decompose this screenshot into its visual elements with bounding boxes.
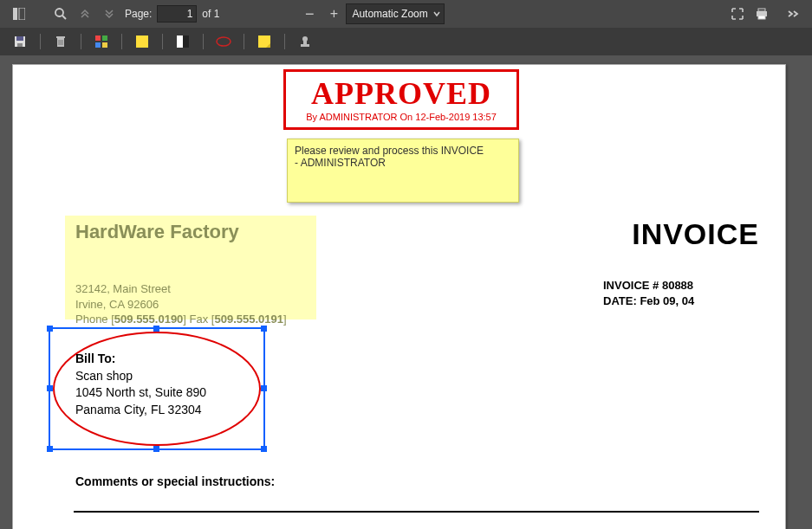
bill-to-block: Bill To: Scan shop 1045 North st, Suite … <box>75 351 206 418</box>
search-icon[interactable] <box>50 3 71 24</box>
svg-rect-1 <box>19 8 25 20</box>
approved-stamp[interactable]: APPROVED By ADMINISTRATOR On 12-Feb-2019… <box>283 69 519 130</box>
next-page-icon[interactable] <box>99 3 120 24</box>
svg-rect-16 <box>102 35 107 41</box>
resize-handle[interactable] <box>261 446 267 452</box>
sticky-note[interactable]: Please review and process this INVOICE -… <box>287 139 519 203</box>
invoice-meta: INVOICE # 80888 DATE: Feb 09, 04 <box>603 278 759 309</box>
bill-to-street: 1045 North st, Suite 890 <box>75 384 206 402</box>
zoom-mode-label: Automatic Zoom <box>352 8 427 20</box>
color-palette-icon[interactable] <box>92 32 111 51</box>
black-white-tool-icon[interactable] <box>173 32 192 51</box>
highlight-tool-icon[interactable] <box>133 32 152 51</box>
stamp-title: APPROVED <box>286 75 516 112</box>
svg-rect-19 <box>136 35 148 48</box>
invoice-date: Feb 09, 04 <box>640 294 694 307</box>
company-address: 32142, Main Street Irvine, CA 92606 Phon… <box>75 281 287 327</box>
stamp-subtitle: By ADMINISTRATOR On 12-Feb-2019 13:57 <box>286 112 516 122</box>
sidebar-toggle-icon[interactable] <box>9 3 29 24</box>
page-count-label: of 1 <box>202 8 219 20</box>
svg-line-3 <box>62 16 66 19</box>
resize-handle[interactable] <box>47 385 53 391</box>
resize-handle[interactable] <box>153 326 159 332</box>
pdf-toolbar: Page: of 1 − + Automatic Zoom <box>0 0 812 28</box>
page-number-input[interactable] <box>157 5 197 23</box>
invoice-number: 80888 <box>662 279 693 292</box>
svg-rect-17 <box>95 42 101 48</box>
svg-point-2 <box>55 9 63 16</box>
print-icon[interactable] <box>751 3 772 24</box>
zoom-mode-select[interactable]: Automatic Zoom <box>346 3 444 24</box>
svg-rect-0 <box>13 8 17 20</box>
tools-overflow-icon[interactable] <box>783 3 803 24</box>
zoom-in-icon[interactable]: + <box>323 3 344 24</box>
ellipse-tool-icon[interactable] <box>214 32 233 51</box>
pdf-viewer[interactable]: APPROVED By ADMINISTRATOR On 12-Feb-2019… <box>0 55 812 529</box>
svg-rect-26 <box>301 44 309 47</box>
svg-rect-9 <box>17 43 23 47</box>
note-line2: - ADMINISTRATOR <box>295 157 511 169</box>
presentation-mode-icon[interactable] <box>727 3 748 24</box>
pdf-page: APPROVED By ADMINISTRATOR On 12-Feb-2019… <box>12 64 786 529</box>
svg-rect-15 <box>95 35 101 41</box>
horizontal-rule <box>74 511 759 513</box>
resize-handle[interactable] <box>261 385 267 391</box>
svg-rect-6 <box>758 16 765 19</box>
delete-icon[interactable] <box>51 32 70 51</box>
company-name: HardWare Factory <box>75 221 239 243</box>
svg-rect-21 <box>183 35 189 48</box>
stamp-tool-icon[interactable] <box>296 32 315 51</box>
resize-handle[interactable] <box>261 326 267 332</box>
chevron-down-icon <box>433 8 440 20</box>
page-label: Page: <box>125 8 152 20</box>
svg-rect-20 <box>177 35 183 48</box>
svg-rect-8 <box>16 36 23 41</box>
bill-to-label: Bill To: <box>75 351 206 368</box>
save-icon[interactable] <box>10 32 29 51</box>
company-contact: Phone [509.555.0190] Fax [509.555.0191] <box>75 312 287 327</box>
note-line1: Please review and process this INVOICE <box>295 145 511 157</box>
bill-to-city: Panama City, FL 32304 <box>75 402 206 419</box>
bill-to-name: Scan shop <box>75 368 206 385</box>
comments-label: Comments or special instructions: <box>75 474 275 488</box>
prev-page-icon[interactable] <box>75 3 95 24</box>
annotation-toolbar <box>0 28 812 57</box>
zoom-out-icon[interactable]: − <box>299 3 320 24</box>
resize-handle[interactable] <box>47 446 53 452</box>
company-street: 32142, Main Street <box>75 281 287 297</box>
sticky-note-tool-icon[interactable] <box>255 32 274 51</box>
svg-rect-5 <box>758 9 765 11</box>
resize-handle[interactable] <box>47 326 53 332</box>
resize-handle[interactable] <box>153 446 159 452</box>
svg-rect-11 <box>56 36 65 38</box>
invoice-title: INVOICE <box>632 217 759 251</box>
svg-point-22 <box>217 37 231 46</box>
company-city: Irvine, CA 92606 <box>75 297 287 313</box>
svg-rect-25 <box>303 41 307 44</box>
svg-rect-18 <box>102 42 107 48</box>
